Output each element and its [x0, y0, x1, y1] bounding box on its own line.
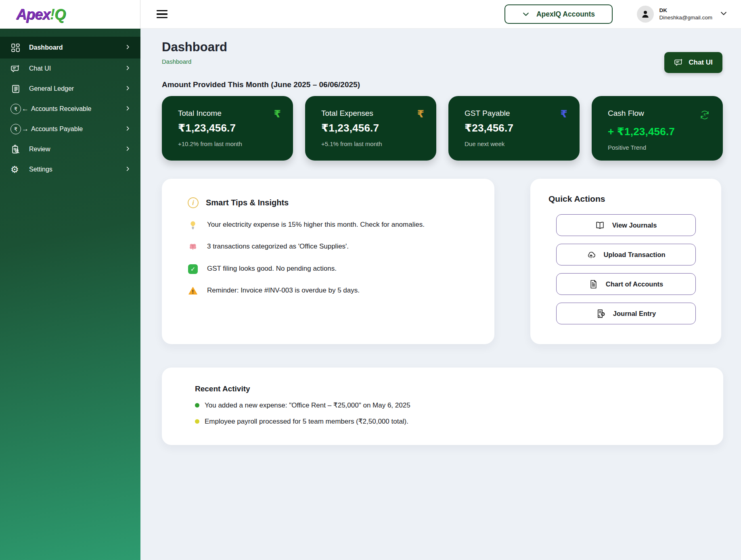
stat-label: Total Income: [178, 109, 222, 118]
chevron-down-icon: [522, 10, 530, 18]
quick-action-label: Journal Entry: [613, 310, 656, 318]
tip-item: Your electricity expense is 15% higher t…: [188, 219, 470, 230]
chevron-right-icon: [125, 125, 131, 133]
sidebar-nav: Dashboard Chat UI General Ledger ₹← Acco…: [0, 29, 140, 180]
tip-text: Your electricity expense is 15% higher t…: [207, 219, 425, 230]
smart-tips-card: i Smart Tips & Insights Your electricity…: [162, 179, 494, 344]
stat-label: GST Payable: [465, 109, 510, 118]
ledger-icon: [10, 84, 24, 94]
stats-row: Total Income ₹ ₹1,23,456.7 +10.2% from l…: [162, 96, 723, 161]
avatar: [637, 6, 654, 23]
stat-note: Due next week: [465, 140, 567, 147]
brain-icon: [188, 241, 198, 252]
activity-text: Employee payroll processed for 5 team me…: [205, 417, 408, 426]
svg-text:₹: ₹: [703, 113, 706, 117]
stat-value: + ₹1,23,456.7: [608, 125, 711, 138]
breadcrumb[interactable]: Dashboard: [162, 58, 723, 65]
rupee-icon: ₹: [274, 109, 281, 119]
sidebar-item-review[interactable]: Review: [0, 139, 140, 159]
sidebar-item-label: Chat UI: [29, 65, 51, 72]
sidebar-item-accounts-receivable[interactable]: ₹← Accounts Receivable: [0, 99, 140, 119]
section-title: Amount Provided This Month (June 2025 – …: [162, 80, 723, 89]
tip-item: 3 transactions categorized as 'Office Su…: [188, 241, 470, 252]
open-book-icon: [595, 220, 605, 230]
apexiq-logo: Apex!Q: [16, 6, 65, 23]
view-journals-button[interactable]: View Journals: [556, 214, 696, 236]
chevron-right-icon: [125, 65, 131, 73]
chevron-right-icon: [125, 146, 131, 153]
stat-value: ₹23,456.7: [465, 122, 567, 134]
user-menu[interactable]: DK Dineshka@gmail.com: [637, 6, 728, 23]
sidebar-item-label: Accounts Receivable: [31, 105, 91, 113]
tip-item: ✓ GST filing looks good. No pending acti…: [188, 263, 470, 274]
recent-activity-item: You added a new expense: "Office Rent – …: [195, 401, 699, 410]
hamburger-menu-icon[interactable]: [157, 10, 167, 19]
tip-text: 3 transactions categorized as 'Office Su…: [207, 241, 349, 252]
stat-card-cash-flow: Cash Flow ₹ + ₹1,23,456.7 Positive Trend: [592, 96, 723, 161]
stat-card-gst-payable: GST Payable ₹ ₹23,456.7 Due next week: [448, 96, 580, 161]
rupee-receive-icon: ₹←: [10, 104, 29, 114]
logo-text-bang: !: [50, 6, 54, 23]
user-name: DK: [659, 7, 713, 14]
sidebar-item-dashboard[interactable]: Dashboard: [0, 37, 140, 59]
tip-item: Reminder: Invoice #INV-003 is overdue by…: [188, 285, 470, 296]
chevron-right-icon: [125, 166, 131, 173]
lightbulb-icon: [188, 219, 198, 230]
main-content: Dashboard Dashboard Chat UI Amount Provi…: [140, 29, 741, 560]
logo-text-apex: Apex: [16, 6, 50, 23]
upload-transaction-button[interactable]: Upload Transaction: [556, 244, 696, 265]
stat-card-total-expenses: Total Expenses ₹ ₹1,23,456.7 +5.1% from …: [305, 96, 436, 161]
recent-activity-item: Employee payroll processed for 5 team me…: [195, 417, 699, 426]
user-email: Dineshka@gmail.com: [659, 14, 713, 21]
chevron-down-icon: [720, 9, 728, 19]
activity-dot: [195, 403, 199, 407]
stat-value: ₹1,23,456.7: [178, 122, 281, 134]
rupee-icon: ₹: [561, 109, 567, 119]
sidebar-item-chat-ui[interactable]: Chat UI: [0, 59, 140, 79]
user-info: DK Dineshka@gmail.com: [659, 7, 713, 21]
stat-label: Cash Flow: [608, 109, 644, 118]
accounts-dropdown-button[interactable]: ApexIQ Accounts: [504, 4, 613, 24]
rupee-icon: ₹: [417, 109, 424, 119]
quick-action-label: View Journals: [612, 221, 657, 229]
sidebar-item-settings[interactable]: ⚙ Settings: [0, 159, 140, 180]
chat-sparkle-icon: [674, 58, 684, 67]
sidebar-item-label: General Ledger: [29, 85, 74, 92]
rupee-pay-icon: ₹→: [10, 124, 29, 134]
sidebar-item-label: Settings: [29, 166, 52, 173]
quick-action-label: Upload Transaction: [603, 251, 665, 259]
quick-action-label: Chart of Accounts: [606, 280, 663, 288]
chevron-right-icon: [125, 44, 131, 52]
warning-icon: [188, 285, 198, 296]
chat-ui-button-label: Chat UI: [689, 59, 713, 67]
review-clipboard-icon: [10, 144, 24, 155]
sidebar-item-general-ledger[interactable]: General Ledger: [0, 79, 140, 99]
accounts-dropdown-label: ApexIQ Accounts: [536, 10, 595, 19]
gear-icon: ⚙: [10, 165, 24, 174]
sidebar-item-label: Dashboard: [29, 44, 63, 51]
stat-note: +10.2% from last month: [178, 140, 281, 147]
stat-note: +5.1% from last month: [321, 140, 424, 147]
chart-of-accounts-button[interactable]: Chart of Accounts: [556, 273, 696, 295]
page-title: Dashboard: [162, 40, 723, 54]
panels-row: i Smart Tips & Insights Your electricity…: [162, 179, 723, 344]
stat-card-total-income: Total Income ₹ ₹1,23,456.7 +10.2% from l…: [162, 96, 293, 161]
chat-ui-button[interactable]: Chat UI: [664, 52, 722, 73]
cloud-upload-icon: [586, 250, 596, 260]
chevron-right-icon: [125, 105, 131, 113]
person-icon: [640, 9, 651, 19]
journal-entry-button[interactable]: Journal Entry: [556, 303, 696, 324]
stat-value: ₹1,23,456.7: [321, 122, 424, 134]
sidebar-item-accounts-payable[interactable]: ₹→ Accounts Payable: [0, 119, 140, 139]
cash-cycle-icon: ₹: [699, 109, 711, 123]
info-icon: i: [188, 197, 199, 208]
tip-text: GST filing looks good. No pending action…: [207, 263, 337, 274]
journal-entry-icon: [596, 309, 606, 319]
document-icon: [588, 279, 599, 289]
sidebar-item-label: Accounts Payable: [31, 125, 83, 133]
logo-area: Apex!Q: [0, 0, 140, 29]
activity-dot: [195, 419, 199, 424]
smart-tips-title: Smart Tips & Insights: [206, 198, 289, 207]
quick-actions-card: Quick Actions View Journals Upload Trans…: [530, 179, 721, 344]
logo-text-q: Q: [54, 6, 65, 23]
